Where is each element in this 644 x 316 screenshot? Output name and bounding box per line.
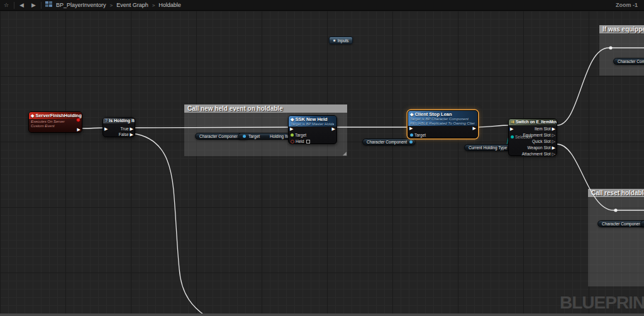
held-bool-pin[interactable] [291,140,294,144]
breadcrumb-separator: > [108,3,114,8]
event-call-icon: ◈ [410,112,413,116]
target-pin-label: Target [414,133,426,137]
node-switch-on-e-itemmovetype[interactable]: ⇉Switch on E_ItemMoveType ▶ Selection It… [508,118,557,156]
case-pin-label: Quick Slot [532,139,551,144]
nav-forward-icon[interactable]: ▶ [28,2,40,8]
true-pin-label: True [120,127,128,131]
nav-back-icon[interactable]: ◀ [16,2,28,8]
object-out-pin[interactable] [409,140,413,144]
node-is-holding-item[interactable]: ?Is Holding Item ▶ True ▶ False ▶ [103,117,135,137]
breadcrumb-root[interactable]: BP_PlayerInventory [53,2,109,8]
node-title: Is Holding Item [109,118,135,123]
switch-icon: ⇉ [511,120,514,124]
node-title: Switch on E_ItemMoveType [516,120,557,124]
exec-in-pin[interactable]: ▶ [104,127,108,131]
node-subtitle: RELIABLE Replicated To Owning Client (if… [410,121,475,126]
exec-in-pin[interactable]: ▶ [510,127,513,131]
breadcrumb-bar: ☆ ◀ ▶ BP_PlayerInventory > Event Graph >… [0,0,644,11]
comment-call-reset-holdable[interactable]: Call reset holdable ev [588,189,644,286]
pill-character-component[interactable]: Character Component [597,220,644,227]
case-exec-pin[interactable]: ▶ [552,145,555,150]
selection-in-pin[interactable] [511,135,514,138]
case-pin-label: Item Slot [535,127,551,131]
comment-if-was-equipped[interactable]: If was equipped f [599,25,644,76]
node-title: ServerFinishHoldingNewItem [35,113,82,118]
pill-partial-clipped[interactable] [640,220,644,227]
replicated-event-icon [76,118,80,122]
inputs-square-icon: ■ [333,38,336,42]
case-pin-label: Weapon Slot [528,145,551,150]
graph-canvas[interactable]: BLUEPRINT Call new held event on holdabl… [0,11,644,316]
case-exec-pin[interactable]: ▷ [552,152,555,156]
target-pin-label: Target [295,133,306,137]
node-client-stop-lean[interactable]: ◈Client Stop Lean Target is BP Character… [408,110,478,138]
pill-label: Character Component [199,134,240,138]
wire-layer [0,11,644,316]
node-subtitle: Target is BP Character Component [410,117,475,121]
custom-event-icon: ◈ [31,113,34,118]
branch-icon: ? [105,118,108,123]
exec-in-pin[interactable]: ▶ [290,127,293,131]
blueprint-watermark: BLUEPRINT [560,293,644,313]
false-pin-label: False [119,132,129,137]
horizontal-scrollbar[interactable] [0,313,644,316]
toolbar-divider [41,2,42,9]
comment-resize-handle[interactable] [343,152,347,155]
comment-header[interactable]: If was equipped f [599,25,644,33]
exec-in-pin[interactable]: ▶ [409,126,413,130]
pill-label: Character Component [618,59,644,64]
comment-header[interactable]: Call new held event on holdable [184,104,347,113]
node-ssk-new-held[interactable]: ◈SSK New Held Target is BP Master Holdab… [288,115,337,144]
node-title: Client Stop Lean [414,111,452,117]
comment-header[interactable]: Call reset holdable ev [588,189,644,197]
exec-out-pin[interactable]: ▶ [473,126,476,130]
comment-body [588,197,644,286]
breadcrumb-holdable[interactable]: Holdable [156,2,184,8]
case-pin-label: Attachment Slot [522,152,551,156]
false-exec-pin[interactable]: ▶ [130,132,133,137]
inputs-label: Inputs [338,38,349,43]
zoom-level-label: Zoom -1 [616,2,638,8]
held-pin-label: Held [296,139,304,144]
pill-character-component-selected[interactable]: Character Component [362,138,416,145]
case-exec-pin[interactable]: ▷ [552,133,555,137]
pill-label: Character Component [602,222,642,226]
node-title: SSK New Held [295,116,327,122]
held-checkbox[interactable] [306,140,310,144]
target-in-pin[interactable] [410,133,413,137]
exec-out-pin[interactable]: ▶ [77,127,80,132]
exec-out-pin[interactable]: ▶ [332,127,335,131]
breadcrumb-separator: > [151,3,157,8]
target-in-pin[interactable] [243,135,246,138]
comment-body [599,33,644,76]
node-server-finish-holding-new-item[interactable]: ◈ServerFinishHoldingNewItem Executes On … [28,111,82,133]
target-in-pin[interactable] [291,133,294,137]
blueprint-editor-window: ☆ ◀ ▶ BP_PlayerInventory > Event Graph >… [0,0,644,316]
breadcrumb-event-graph[interactable]: Event Graph [114,2,151,8]
inputs-collapsed-node[interactable]: ■ Inputs [329,37,353,44]
true-exec-pin[interactable]: ▶ [130,127,133,131]
toolbar-divider [14,2,14,9]
pill-character-component[interactable]: Character Component [613,58,644,65]
case-exec-pin[interactable]: ▷ [552,139,555,144]
favorite-star-icon[interactable]: ☆ [0,2,13,8]
target-pin-label: Target [248,134,260,138]
pill-label: Current Holding Type [469,145,507,150]
case-pin-label: Equipment Slot [523,133,551,137]
node-subtitle: Executes On Server [31,120,80,124]
pill-label: Character Component [367,140,407,144]
event-call-icon: ◈ [291,117,294,121]
blueprint-asset-icon [45,1,52,9]
case-exec-pin[interactable]: ▶ [552,127,555,131]
